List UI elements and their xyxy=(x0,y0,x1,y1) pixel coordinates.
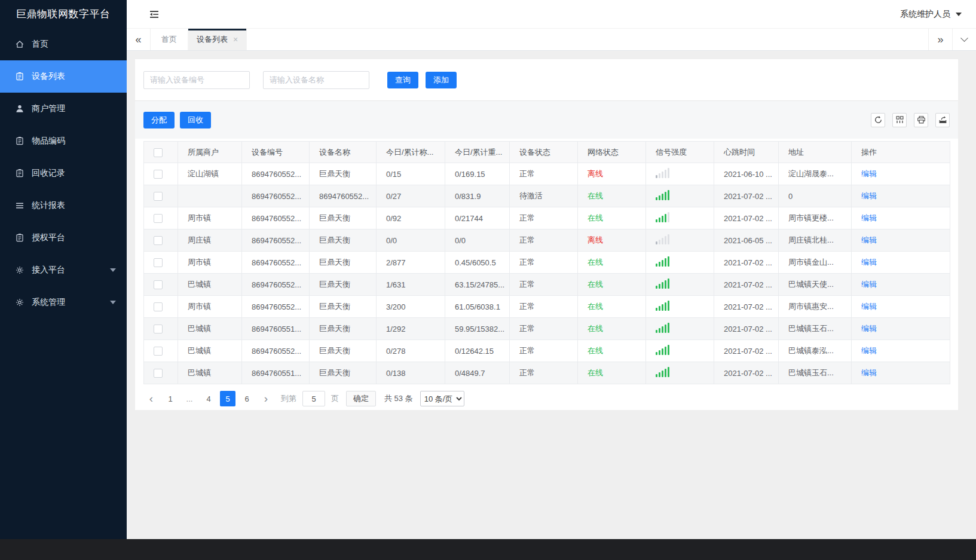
cell-today-count: 0/278 xyxy=(377,340,445,362)
cell-device-no: 8694760552... xyxy=(242,296,310,318)
cell-device-status: 正常 xyxy=(510,252,578,274)
clipboard-icon xyxy=(15,72,25,82)
edit-link[interactable]: 编辑 xyxy=(861,191,877,200)
cell-today-count: 2/877 xyxy=(377,252,445,274)
assign-button[interactable]: 分配 xyxy=(143,112,175,128)
print-button[interactable] xyxy=(914,113,928,127)
row-checkbox[interactable] xyxy=(154,280,163,289)
cell-device-status: 待激活 xyxy=(510,185,578,207)
user-menu[interactable]: 系统维护人员 xyxy=(900,9,962,20)
sidebar-item-3[interactable]: 商户管理 xyxy=(0,93,127,125)
column-header: 今日/累计称... xyxy=(377,142,445,163)
cell-heartbeat: 2021-07-02 ... xyxy=(714,207,779,229)
device-list-card: 查询 添加 分配 回收 所属商户设备编号设备名称今日/累计称...今日/累计重.… xyxy=(135,59,958,410)
edit-link[interactable]: 编辑 xyxy=(861,213,877,222)
page-button[interactable]: 1 xyxy=(163,391,178,406)
page-list: ‹1...456› xyxy=(140,391,274,406)
page-button[interactable]: 6 xyxy=(239,391,255,406)
tab-close-icon[interactable]: × xyxy=(233,35,238,44)
sidebar-item-1[interactable]: 首页 xyxy=(0,28,127,60)
goto-confirm-button[interactable]: 确定 xyxy=(346,391,376,406)
print-icon xyxy=(917,115,926,124)
row-checkbox[interactable] xyxy=(154,170,163,179)
goto-page-input[interactable] xyxy=(302,391,325,406)
cell-device-no: 8694760551... xyxy=(242,318,310,340)
prev-page-button[interactable]: ‹ xyxy=(143,391,159,406)
cell-device-name: 巨鼎天衡 xyxy=(310,296,377,318)
export-icon xyxy=(938,115,947,124)
row-checkbox[interactable] xyxy=(154,325,163,333)
cell-heartbeat: 2021-07-02 ... xyxy=(714,318,779,340)
edit-link[interactable]: 编辑 xyxy=(861,258,877,267)
device-name-input[interactable] xyxy=(263,71,369,89)
cell-merchant: 巴城镇 xyxy=(178,318,242,340)
cell-heartbeat: 2021-07-02 ... xyxy=(714,362,779,384)
cell-address: 周市镇金山... xyxy=(779,252,852,274)
next-page-button[interactable]: › xyxy=(258,391,274,406)
sidebar-item-5[interactable]: 回收记录 xyxy=(0,157,127,189)
device-no-input[interactable] xyxy=(143,71,250,89)
menu-collapse-icon[interactable] xyxy=(148,8,160,20)
page-size-select[interactable]: 10 条/页 xyxy=(420,391,464,406)
cell-today-count: 1/292 xyxy=(377,318,445,340)
cell-merchant: 周市镇 xyxy=(178,207,242,229)
row-checkbox[interactable] xyxy=(154,347,163,356)
edit-link[interactable]: 编辑 xyxy=(861,368,877,377)
row-checkbox[interactable] xyxy=(154,192,163,201)
cell-merchant: 周市镇 xyxy=(178,296,242,318)
sidebar-menu: 首页设备列表商户管理物品编码回收记录统计报表授权平台接入平台系统管理 xyxy=(0,28,127,319)
query-button[interactable]: 查询 xyxy=(387,72,418,88)
tab-item[interactable]: 设备列表× xyxy=(188,29,247,50)
list-icon xyxy=(15,201,25,211)
network-status-badge: 在线 xyxy=(588,346,603,355)
cell-merchant: 淀山湖镇 xyxy=(178,163,242,185)
cell-device-status: 正常 xyxy=(510,207,578,229)
sidebar-item-4[interactable]: 物品编码 xyxy=(0,125,127,157)
export-button[interactable] xyxy=(935,113,950,127)
row-checkbox[interactable] xyxy=(154,258,163,267)
cell-today-count: 0/138 xyxy=(377,362,445,384)
sidebar-item-label: 设备列表 xyxy=(32,71,65,82)
network-status-badge: 在线 xyxy=(588,324,603,333)
tabs-scroll-left-icon[interactable]: « xyxy=(127,29,151,50)
tabs-menu-icon[interactable] xyxy=(952,29,976,50)
refresh-icon xyxy=(874,115,883,124)
sidebar-item-7[interactable]: 授权平台 xyxy=(0,222,127,254)
refresh-button[interactable] xyxy=(871,113,885,127)
goto-page-label: 到第 xyxy=(281,393,296,404)
cell-device-name: 巨鼎天衡 xyxy=(310,252,377,274)
page-button[interactable]: 4 xyxy=(201,391,216,406)
signal-strength-icon xyxy=(656,212,669,222)
cell-device-status: 正常 xyxy=(510,340,578,362)
table-row: 巴城镇8694760551...巨鼎天衡1/29259.95/15382...正… xyxy=(144,318,950,340)
recycle-button[interactable]: 回收 xyxy=(180,112,211,128)
sidebar-item-label: 接入平台 xyxy=(32,265,65,276)
edit-link[interactable]: 编辑 xyxy=(861,169,877,178)
columns-icon xyxy=(895,115,904,124)
table-tool-icons xyxy=(864,113,950,127)
edit-link[interactable]: 编辑 xyxy=(861,302,877,311)
sidebar-item-6[interactable]: 统计报表 xyxy=(0,189,127,222)
sidebar-item-2[interactable]: 设备列表 xyxy=(0,60,127,93)
sidebar-item-9[interactable]: 系统管理 xyxy=(0,286,127,319)
sidebar-item-8[interactable]: 接入平台 xyxy=(0,254,127,286)
signal-strength-icon xyxy=(656,234,669,244)
select-all-checkbox[interactable] xyxy=(154,148,163,157)
row-checkbox[interactable] xyxy=(154,369,163,378)
edit-link[interactable]: 编辑 xyxy=(861,346,877,355)
tab-item[interactable]: 首页 xyxy=(151,29,188,50)
add-button[interactable]: 添加 xyxy=(426,72,457,88)
network-status-badge: 在线 xyxy=(588,213,603,222)
column-header: 设备编号 xyxy=(242,142,310,163)
edit-link[interactable]: 编辑 xyxy=(861,280,877,289)
tabs-scroll-right-icon[interactable]: » xyxy=(928,29,952,50)
signal-strength-icon xyxy=(656,323,669,333)
row-checkbox[interactable] xyxy=(154,214,163,223)
page-button[interactable]: 5 xyxy=(220,391,235,406)
edit-link[interactable]: 编辑 xyxy=(861,324,877,333)
column-header: 操作 xyxy=(852,142,950,163)
row-checkbox[interactable] xyxy=(154,302,163,311)
row-checkbox[interactable] xyxy=(154,236,163,245)
columns-button[interactable] xyxy=(892,113,907,127)
edit-link[interactable]: 编辑 xyxy=(861,235,877,244)
